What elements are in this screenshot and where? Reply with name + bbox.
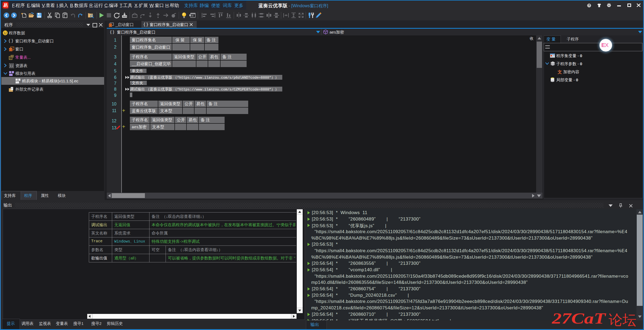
svg-text:27CaT: 27CaT <box>552 310 607 327</box>
svg-text:?: ? <box>588 4 590 7</box>
